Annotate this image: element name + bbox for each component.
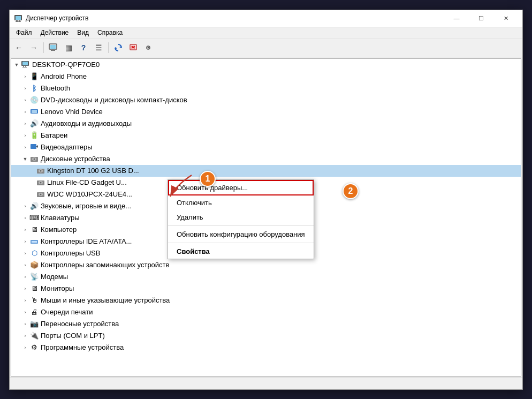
audio-expand: › — [21, 119, 29, 128]
back-button[interactable]: ← — [12, 41, 26, 55]
window-controls: — ☐ ✕ — [444, 10, 518, 27]
kingston-label: Kingston DT 100 G2 USB D... — [47, 167, 139, 175]
tree-item-disk[interactable]: ▼ Дисковые устройства — [11, 153, 521, 165]
tree-item-lenovo[interactable]: › Lenovo Vhid Device — [11, 106, 521, 118]
minimize-button[interactable]: — — [444, 10, 469, 27]
svg-rect-6 — [50, 45, 56, 49]
computer2-icon: 🖥 — [29, 225, 39, 234]
tree-item-audio[interactable]: › 🔊 Аудиовходы и аудиовыходы — [11, 118, 521, 130]
tree-item-video[interactable]: › Видеоадаптеры — [11, 141, 521, 153]
ide-icon — [29, 237, 39, 246]
menu-file[interactable]: Файл — [12, 28, 36, 37]
svg-rect-19 — [22, 62, 28, 65]
computer-label: Компьютер — [41, 225, 77, 234]
svg-rect-7 — [51, 49, 52, 50]
tree-item-mouse[interactable]: › 🖱 Мыши и иные указывающие устройства — [11, 295, 521, 306]
linux-expand — [31, 178, 36, 187]
ctx-update-drivers[interactable]: Обновить драйверы... — [168, 180, 314, 195]
tree-item-prog[interactable]: › ⚙ Программные устройства — [11, 342, 521, 353]
tree-item-storage[interactable]: › 📦 Контроллеры запоминающих устройств — [11, 259, 521, 271]
ports-expand: › — [21, 332, 29, 340]
modem-icon: 📡 — [29, 273, 39, 281]
ctx-separator-1 — [168, 225, 314, 226]
forward-button[interactable]: → — [27, 41, 41, 55]
ide-label: Контроллеры IDE ATA/ATA... — [41, 237, 132, 245]
grid-button[interactable]: ▦ — [62, 41, 75, 55]
kingston-icon — [36, 167, 45, 175]
tree-item-monitor[interactable]: › 🖥 Мониторы — [11, 283, 521, 295]
linux-label: Linux File-CD Gadget U... — [47, 178, 127, 186]
help-button[interactable]: ? — [77, 41, 90, 55]
mouse-icon: 🖱 — [29, 296, 39, 305]
list-view-button[interactable]: ☰ — [92, 41, 105, 55]
disk-label: Дисковые устройства — [41, 155, 110, 163]
ports-icon: 🔌 — [29, 332, 39, 340]
root-expand-icon: ▼ — [12, 61, 21, 69]
bluetooth-expand: › — [21, 84, 29, 93]
computer-button[interactable] — [47, 41, 60, 55]
dvd-icon: 💿 — [29, 96, 39, 104]
computer-node-icon — [21, 61, 31, 69]
disk-expand: ▼ — [21, 155, 29, 163]
audio-icon: 🔊 — [29, 119, 39, 128]
storage-expand: › — [21, 261, 29, 269]
root-label: DESKTOP-QPF7OE0 — [32, 61, 100, 69]
disk-icon — [29, 155, 39, 163]
android-label: Android Phone — [41, 72, 87, 80]
svg-rect-9 — [51, 50, 55, 51]
ports-label: Порты (COM и LPT) — [41, 332, 105, 340]
svg-rect-8 — [54, 49, 55, 50]
computer-expand: › — [21, 225, 29, 234]
linux-icon — [36, 178, 45, 187]
svg-point-29 — [34, 158, 35, 160]
svg-rect-21 — [25, 66, 26, 67]
tree-root[interactable]: ▼ DESKTOP-QPF7OE0 — [11, 59, 521, 71]
svg-point-38 — [40, 193, 42, 195]
toolbar-separator-2 — [108, 42, 109, 53]
delete-driver-button[interactable] — [126, 41, 140, 55]
ctx-disable[interactable]: Отключить — [168, 195, 314, 210]
portable-expand: › — [21, 320, 29, 328]
tree-item-kingston[interactable]: Kingston DT 100 G2 USB D... — [11, 165, 521, 177]
dvd-label: DVD-дисководы и дисководы компакт-дисков — [41, 96, 187, 104]
ctx-delete[interactable]: Удалить — [168, 210, 314, 224]
usb-ctrl-icon: ⬡ — [29, 249, 39, 258]
print-label: Очереди печати — [41, 308, 93, 316]
tree-item-dvd[interactable]: › 💿 DVD-дисководы и дисководы компакт-ди… — [11, 94, 521, 106]
maximize-button[interactable]: ☐ — [469, 10, 493, 27]
content-area: ▼ DESKTOP-QPF7OE0 › 📱 Android Phone — [10, 57, 522, 378]
tree-item-portable[interactable]: › 📷 Переносные устройства — [11, 318, 521, 330]
annotation-2: 2 — [343, 183, 359, 199]
tree-item-battery[interactable]: › 🔋 Батареи — [11, 130, 521, 141]
tree-item-modem[interactable]: › 📡 Модемы — [11, 271, 521, 283]
refresh-button[interactable] — [111, 41, 125, 55]
svg-point-32 — [40, 170, 42, 171]
menu-action[interactable]: Действие — [36, 28, 73, 37]
menu-view[interactable]: Вид — [73, 28, 93, 37]
svg-point-17 — [148, 47, 149, 49]
tree-item-android[interactable]: › 📱 Android Phone — [11, 71, 521, 82]
sound-icon: 🔊 — [29, 202, 39, 210]
keyboard-label: Клавиатуры — [41, 214, 80, 222]
menu-help[interactable]: Справка — [93, 28, 127, 37]
svg-marker-10 — [119, 46, 121, 48]
sound-label: Звуковые, игровые и виде... — [41, 202, 131, 210]
tree-item-print[interactable]: › 🖨 Очереди печати — [11, 306, 521, 318]
svg-rect-3 — [19, 20, 20, 21]
close-button[interactable]: ✕ — [493, 10, 518, 27]
print-expand: › — [21, 308, 29, 317]
ctx-update-hw[interactable]: Обновить конфигурацию оборудования — [168, 227, 314, 242]
storage-icon: 📦 — [29, 261, 39, 269]
settings-button[interactable] — [141, 41, 155, 55]
keyboard-expand: › — [21, 214, 29, 222]
svg-rect-40 — [32, 241, 37, 243]
usb-ctrl-label: Контроллеры USB — [41, 249, 100, 257]
annotation-1: 1 — [200, 171, 216, 187]
monitor-expand: › — [21, 284, 29, 293]
lenovo-icon — [29, 108, 39, 116]
ctx-properties[interactable]: Свойства — [168, 244, 314, 259]
tree-item-ports[interactable]: › 🔌 Порты (COM и LPT) — [11, 330, 521, 342]
tree-item-bluetooth[interactable]: › ᛒ Bluetooth — [11, 82, 521, 94]
annotation-2-label: 2 — [348, 186, 353, 196]
modem-label: Модемы — [41, 273, 68, 281]
